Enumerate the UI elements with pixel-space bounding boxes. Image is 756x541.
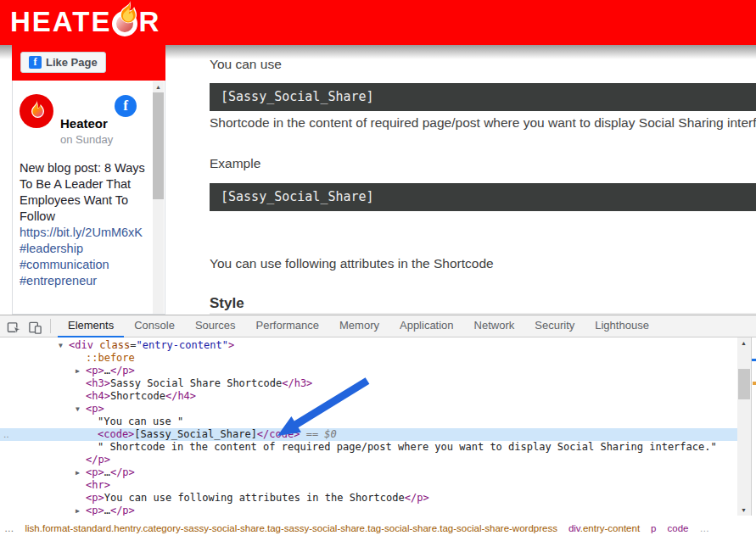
heateor-avatar[interactable] [20,94,53,128]
tree-segment: </p> [110,466,135,478]
devtools-selected-node[interactable]: ‥<code>[Sassy_Social_Share]</code> == $0 [0,428,756,441]
tree-segment: </h3> [282,377,312,389]
tree-segment: "You can use " [98,416,183,427]
expand-arrow-icon[interactable]: ▼ [76,403,86,416]
facebook-plugin-header: f Like Page [12,45,165,81]
devtools-tab-lighthouse[interactable]: Lighthouse [585,315,659,337]
breadcrumb-part: … [4,523,14,533]
devtools-tab-performance[interactable]: Performance [246,315,329,337]
tree-segment: ::before [86,352,135,364]
logo-text-right: R [138,6,160,38]
paragraph-you-can-use: You can use [210,57,756,72]
devtools-tree-row[interactable]: ▶<p>…</p> [0,466,756,479]
scroll-down-icon[interactable]: ▼ [741,507,747,513]
scroll-up-icon[interactable]: ▲ [741,340,747,346]
breadcrumb-item[interactable]: lish.format-standard.hentry.category-sas… [25,523,557,533]
example-label: Example [210,156,260,171]
devtools-toolbar: ElementsConsoleSourcesPerformanceMemoryA… [0,315,756,337]
devtools-tab-memory[interactable]: Memory [329,315,389,337]
devtools-tab-elements[interactable]: Elements [58,315,124,337]
devtools-tree-row[interactable]: ▼<p> [0,403,756,416]
breadcrumb-part: lish.format-standard.hentry.category-sas… [25,523,557,533]
breadcrumb-part: … [699,523,709,533]
tree-segment: </p> [110,365,135,376]
devtools-tree-row[interactable]: "You can use " [0,416,756,428]
tree-segment: </code> [257,428,300,440]
post-timestamp: on Sunday [60,133,113,146]
tree-segment: <p> [86,492,104,504]
devtools-tree-row[interactable]: ▼<div class="entry-content"> [0,339,756,352]
devtools-scrollbar-thumb[interactable] [738,369,750,399]
breadcrumb-part: code [668,523,689,533]
tree-segment: </p> [405,492,429,504]
like-page-button[interactable]: f Like Page [20,52,106,73]
expand-arrow-icon[interactable]: ▼ [59,339,69,352]
tree-segment: </p> [110,505,135,516]
post-author[interactable]: Heateor [60,116,108,131]
tree-segment: "entry-content" [137,339,228,351]
devtools-tree-row[interactable]: <hr> [0,479,756,492]
styles-pane-fragment [753,382,756,385]
devtools-tree-row[interactable]: </p> [0,454,756,466]
tree-segment: <code> [98,428,134,440]
inspect-element-icon[interactable] [7,319,21,337]
expand-arrow-icon[interactable]: ▶ [76,365,86,377]
tree-segment: <p> [86,505,104,516]
device-toolbar-icon[interactable] [28,319,42,337]
tree-segment: [Sassy_Social_Share] [134,428,257,440]
devtools-panel: ElementsConsoleSourcesPerformanceMemoryA… [0,315,756,541]
expand-arrow-icon[interactable]: ▶ [76,505,86,516]
tree-segment: <h4> [86,390,110,402]
tree-segment: … [104,505,110,516]
tree-segment: </p> [86,454,110,466]
facebook-logo-icon[interactable]: f [115,95,137,117]
tree-segment: You can use following attributes in the … [104,492,405,504]
widget-scrollbar[interactable]: ▲ [153,81,164,314]
style-heading: Style [210,295,244,312]
devtools-tab-sources[interactable]: Sources [185,315,246,337]
tree-segment: = [130,339,136,351]
devtools-tree-row[interactable]: <h4>Shortcode</h4> [0,390,756,403]
devtools-tree-row[interactable]: ▶<p>…</p> [0,505,756,516]
devtools-scrollbar[interactable]: ▲ ▼ [737,337,751,516]
tree-segment: > [228,339,234,351]
devtools-tab-network[interactable]: Network [464,315,525,337]
devtools-tab-console[interactable]: Console [124,315,185,337]
tree-segment: <p> [86,365,104,376]
devtools-tree-row[interactable]: <p>You can use following attributes in t… [0,492,756,505]
facebook-post-widget: f Heateor on Sunday New blog post: 8 Way… [12,81,165,315]
breadcrumb-item-selected[interactable]: code [668,523,689,533]
logo-letter-o [112,11,137,36]
heateor-logo[interactable]: HEATER [10,6,160,38]
tree-segment: <hr> [86,479,110,491]
devtools-tree-row[interactable]: ▶<p>…</p> [0,365,756,377]
post-link[interactable]: https://bit.ly/2UmM6xK #leadership #comm… [20,226,143,287]
styles-tab-underline-fragment [752,359,756,361]
breadcrumb-item[interactable]: … [699,523,709,533]
tree-segment: … [104,466,110,478]
devtools-tree-row[interactable]: <h3>Sassy Social Share Shortcode</h3> [0,377,756,390]
tree-segment: class [93,339,130,351]
post-message: New blog post: 8 Ways To Be A Leader Tha… [20,161,145,223]
devtools-tab-application[interactable]: Application [389,315,464,337]
tree-segment: <div [69,339,93,351]
breadcrumb-item[interactable]: … [4,523,14,533]
breadcrumb-item[interactable]: div.entry-content [568,523,640,533]
widget-scrollbar-thumb[interactable] [153,92,164,199]
flame-icon [26,99,47,123]
shortcode-code-block-1: [Sassy_Social_Share] [210,83,756,111]
shortcode-code-block-2: [Sassy_Social_Share] [210,183,756,211]
toolbar-divider [50,319,51,333]
devtools-tree-row[interactable]: ::before [0,352,756,365]
devtools-tab-security[interactable]: Security [524,315,585,337]
facebook-icon: f [29,56,42,69]
tree-segment: <h3> [86,377,110,389]
breadcrumb-item[interactable]: p [651,523,656,533]
row-gutter-marker: ‥ [3,428,10,441]
site-header: HEATER [0,0,756,45]
devtools-tree-row[interactable]: " Shortcode in the content of required p… [0,441,756,454]
expand-arrow-icon[interactable]: ▶ [76,466,86,479]
styles-pane-sliver [751,337,756,516]
browser-page: HEATER f Like Page f Heateor on Sunday N… [0,0,756,541]
scroll-up-icon[interactable]: ▲ [155,84,161,90]
